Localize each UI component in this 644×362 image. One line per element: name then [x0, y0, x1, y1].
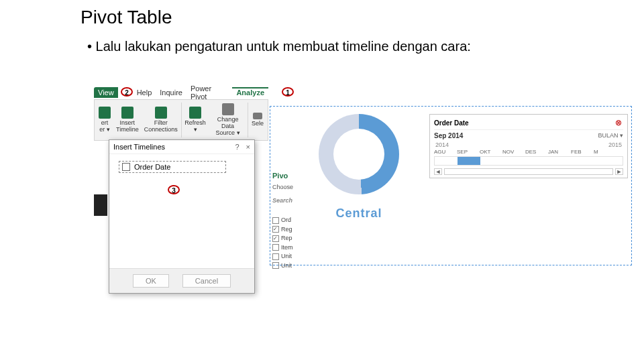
ribbon-btn-change-data-source[interactable]: Change Data Source ▾ — [209, 101, 248, 139]
dialog-title-text: Insert Timelines — [113, 143, 165, 151]
timeline-level-dropdown[interactable]: BULAN ▾ — [598, 132, 623, 139]
tab-inquire[interactable]: Inquire — [156, 87, 186, 98]
ribbon-separator — [181, 103, 182, 137]
scroll-track[interactable] — [444, 168, 613, 175]
tab-view[interactable]: View — [94, 87, 118, 98]
timeline-month: NOV — [502, 149, 525, 155]
timeline-selected-block[interactable] — [458, 157, 480, 165]
help-icon[interactable]: ? — [235, 143, 239, 151]
ribbon-tabs: View Help Inquire Power Pivot Analyze — [94, 86, 268, 99]
dialog-titlebar: Insert Timelines ? × — [109, 140, 254, 154]
field-label: Item — [281, 243, 293, 253]
checkbox-icon[interactable] — [272, 262, 279, 269]
ribbon-btn-insert-timeline[interactable]: Insert Timeline — [113, 101, 142, 139]
timeline-month-row: AGU SEP OKT NOV DES JAN FEB M — [434, 148, 623, 156]
pivot-fields-panel-title: Pivo Choose Search — [272, 172, 302, 204]
field-label: Unit — [281, 252, 292, 261]
pivot-title: Pivo — [272, 172, 302, 180]
cancel-button[interactable]: Cancel — [182, 274, 231, 288]
timeline-month: JAN — [548, 149, 571, 155]
timeline-year-row: 2014 2015 — [434, 141, 623, 148]
timeline-track[interactable] — [434, 156, 623, 166]
ribbon-label: Sele — [252, 121, 264, 127]
donut-chart: 49% — [319, 114, 399, 194]
step-badge-3: 3 — [168, 185, 180, 194]
ribbon-btn-insert-slicer[interactable]: ert er ▾ — [96, 101, 113, 139]
timeline-period-row: Sep 2014 BULAN ▾ — [434, 130, 623, 141]
scroll-right-icon[interactable]: ► — [615, 168, 623, 175]
decorative-strip — [94, 194, 107, 216]
ribbon-label: Refresh ▾ — [184, 120, 206, 133]
slide-title: Pivot Table — [80, 7, 172, 28]
tab-analyze[interactable]: Analyze — [232, 87, 268, 98]
ribbon-btn-filter-connections[interactable]: Filter Connections — [142, 101, 180, 139]
donut-percent-label: 49% — [319, 147, 399, 165]
slide-bullet-text: Lalu lakukan pengaturan untuk membuat ti… — [87, 38, 557, 55]
checkbox-icon[interactable] — [272, 253, 279, 260]
close-icon[interactable]: × — [246, 143, 250, 151]
pivot-field-row[interactable]: Item — [272, 243, 293, 253]
ribbon-label: ert er ▾ — [99, 120, 111, 133]
insert-timelines-dialog: Insert Timelines ? × Order Date OK Cance… — [109, 139, 255, 294]
ok-button[interactable]: OK — [133, 274, 169, 288]
scroll-left-icon[interactable]: ◄ — [434, 168, 442, 175]
ribbon-body: ert er ▾ Insert Timeline Filter Connecti… — [94, 99, 268, 141]
tab-powerpivot[interactable]: Power Pivot — [186, 83, 233, 102]
ribbon-separator — [248, 103, 248, 137]
timeline-header: Order Date ⊗ — [434, 117, 623, 130]
timeline-month: DES — [525, 149, 548, 155]
timeline-slicer[interactable]: Order Date ⊗ Sep 2014 BULAN ▾ 2014 2015 … — [429, 114, 628, 178]
donut-region-label: Central — [302, 206, 416, 221]
pivot-field-row[interactable]: Ord — [272, 216, 293, 225]
timeline-scrollbar[interactable]: ◄ ► — [434, 168, 623, 175]
clear-filter-icon[interactable]: ⊗ — [614, 118, 623, 127]
timeline-title: Order Date — [434, 119, 469, 127]
field-label: Unit — [281, 261, 292, 271]
ribbon-btn-select[interactable]: Sele — [249, 101, 266, 139]
pivot-field-row[interactable]: Unit — [272, 261, 293, 271]
timeline-month: OKT — [480, 149, 502, 155]
ribbon-label: Change Data Source ▾ — [211, 117, 245, 137]
pivot-fields-list: Ord Reg Rep Item Unit Unit — [272, 216, 293, 270]
dialog-button-row: OK Cancel — [109, 268, 254, 293]
ribbon-label: Filter Connections — [144, 120, 178, 133]
ribbon-label: Insert Timeline — [116, 120, 139, 133]
checkbox-icon[interactable] — [122, 163, 130, 171]
checkbox-icon[interactable] — [272, 244, 279, 251]
timeline-month: M — [594, 149, 616, 155]
timeline-year-1: 2014 — [435, 141, 449, 148]
timeline-month: SEP — [457, 149, 480, 155]
field-label: Ord — [281, 216, 291, 225]
tab-help[interactable]: Help — [133, 87, 156, 98]
timeline-month: AGU — [434, 149, 457, 155]
checkbox-icon[interactable] — [272, 226, 279, 233]
field-checkbox-row[interactable]: Order Date — [119, 161, 226, 173]
excel-ribbon: View Help Inquire Power Pivot Analyze er… — [94, 86, 268, 141]
step-badge-1: 1 — [282, 87, 294, 97]
timeline-period-value: Sep 2014 — [434, 132, 463, 139]
pivot-search-placeholder[interactable]: Search — [272, 197, 302, 204]
field-label: Rep — [281, 234, 292, 243]
pivot-field-row[interactable]: Reg — [272, 225, 293, 235]
dialog-body: Order Date — [109, 154, 254, 180]
checkbox-icon[interactable] — [272, 235, 279, 242]
donut-chart-area: 49% Central — [302, 114, 416, 241]
checkbox-icon[interactable] — [272, 217, 279, 224]
pivot-field-row[interactable]: Rep — [272, 234, 293, 243]
field-label: Order Date — [134, 163, 170, 171]
field-label: Reg — [281, 225, 292, 235]
timeline-month: FEB — [571, 149, 594, 155]
pivot-field-row[interactable]: Unit — [272, 252, 293, 261]
timeline-year-2: 2015 — [608, 141, 622, 148]
step-badge-2: 2 — [121, 87, 133, 97]
ribbon-btn-refresh[interactable]: Refresh ▾ — [182, 101, 209, 139]
pivot-subtitle: Choose — [272, 184, 302, 190]
